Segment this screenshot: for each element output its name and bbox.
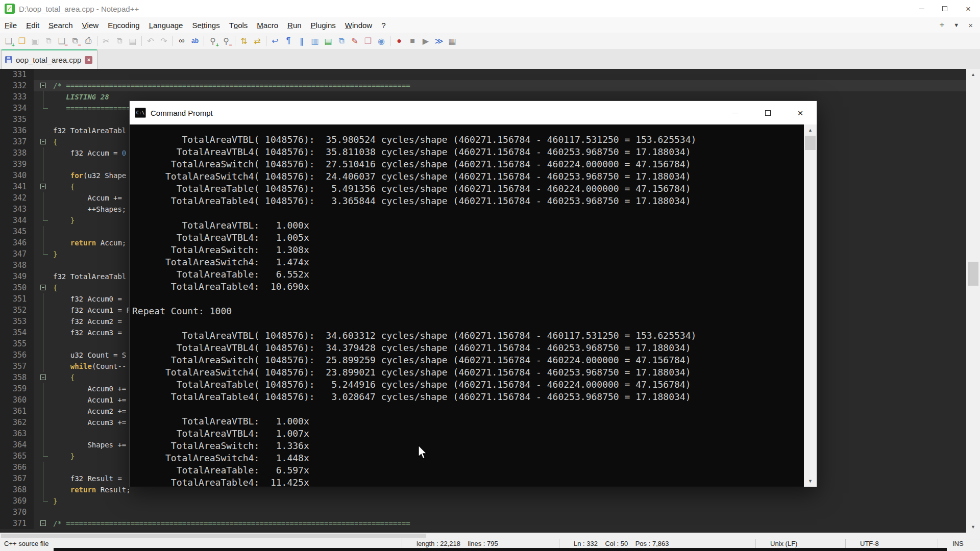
fold-marker[interactable] — [34, 372, 53, 383]
line-number[interactable]: 355 — [0, 338, 34, 349]
line-number[interactable]: 335 — [0, 114, 34, 125]
line-number[interactable]: 336 — [0, 125, 34, 136]
line-number[interactable]: 346 — [0, 237, 34, 248]
macro-stop-button[interactable]: ■ — [406, 35, 419, 47]
monitoring-button[interactable]: ✎ — [348, 35, 361, 47]
macro-run-multiple-button[interactable]: ≫ — [432, 35, 446, 47]
minimize-button[interactable] — [910, 0, 933, 17]
find-button[interactable]: ∞ — [175, 35, 188, 47]
menu-window[interactable]: Window — [340, 17, 377, 33]
close-all-button[interactable]: ⧉− — [68, 35, 82, 47]
menu-tools[interactable]: Tools — [225, 17, 253, 33]
cmd-titlebar[interactable]: C:\ Command Prompt × — [130, 101, 817, 124]
line-number[interactable]: 368 — [0, 484, 34, 495]
document-switcher-button[interactable]: ⧉ — [335, 35, 348, 47]
fold-marker[interactable] — [34, 518, 53, 529]
fold-marker[interactable] — [34, 181, 53, 192]
replace-button[interactable]: ab — [188, 35, 202, 47]
menu-search[interactable]: Search — [44, 17, 78, 33]
line-number[interactable]: 360 — [0, 394, 34, 406]
line-number[interactable]: 347 — [0, 248, 34, 260]
cmd-scrollbar-thumb[interactable] — [805, 136, 816, 150]
menu-encoding[interactable]: Encoding — [103, 17, 144, 33]
line-number[interactable]: 369 — [0, 495, 34, 507]
line-number[interactable]: 344 — [0, 215, 34, 226]
code-line[interactable]: 370 — [0, 507, 966, 518]
line-number[interactable]: 363 — [0, 428, 34, 439]
zoom-in-button[interactable]: ⚲+ — [206, 35, 219, 47]
line-number[interactable]: 332 — [0, 80, 34, 91]
tab-oop-total-area[interactable]: oop_total_area.cpp × — [1, 49, 97, 69]
show-all-characters-button[interactable]: ¶ — [282, 35, 295, 47]
open-file-button[interactable]: ❒ — [15, 35, 29, 47]
editor-horizontal-scrollbar[interactable] — [0, 533, 966, 539]
fold-collapse-icon[interactable] — [40, 285, 46, 290]
line-number[interactable]: 339 — [0, 159, 34, 170]
cmd-maximize-button[interactable] — [751, 101, 784, 124]
folder-as-workspace-button[interactable]: ❒ — [361, 35, 375, 47]
line-number[interactable]: 349 — [0, 271, 34, 282]
line-number[interactable]: 358 — [0, 372, 34, 383]
fold-collapse-icon[interactable] — [40, 520, 46, 526]
line-number[interactable]: 350 — [0, 282, 34, 293]
menu-plugins[interactable]: Plugins — [306, 17, 340, 33]
fold-marker[interactable] — [34, 80, 53, 91]
line-number[interactable]: 362 — [0, 417, 34, 428]
line-number[interactable]: 366 — [0, 462, 34, 473]
new-tab-button[interactable]: + — [939, 20, 944, 30]
scroll-down-icon[interactable]: ▼ — [966, 521, 980, 533]
sync-vertical-button[interactable]: ⇅ — [237, 35, 251, 47]
line-number[interactable]: 341 — [0, 181, 34, 192]
line-number[interactable]: 338 — [0, 147, 34, 159]
line-number[interactable]: 343 — [0, 204, 34, 215]
fold-marker[interactable] — [34, 282, 53, 293]
sync-horizontal-button[interactable]: ⇄ — [251, 35, 264, 47]
zoom-out-button[interactable]: ⚲− — [219, 35, 233, 47]
code-line[interactable]: 331 — [0, 69, 966, 80]
line-number[interactable]: 354 — [0, 327, 34, 338]
macro-save-button[interactable]: ▦ — [446, 35, 459, 47]
scroll-up-icon[interactable]: ▲ — [966, 69, 980, 80]
line-number[interactable]: 364 — [0, 439, 34, 450]
line-number[interactable]: 352 — [0, 305, 34, 316]
cmd-scrollbar[interactable]: ▲ ▼ — [804, 124, 817, 487]
editor-hscrollbar-thumb[interactable] — [1, 534, 426, 538]
code-line[interactable]: 371/* ==================================… — [0, 518, 966, 529]
fold-collapse-icon[interactable] — [40, 83, 46, 88]
line-number[interactable]: 337 — [0, 136, 34, 147]
line-number[interactable]: 359 — [0, 383, 34, 394]
line-number[interactable]: 356 — [0, 349, 34, 361]
menu-settings[interactable]: Settings — [187, 17, 224, 33]
line-number[interactable]: 357 — [0, 361, 34, 372]
fold-collapse-icon[interactable] — [40, 374, 46, 380]
line-number[interactable]: 334 — [0, 103, 34, 114]
line-number[interactable]: 342 — [0, 192, 34, 204]
menu-edit[interactable]: Edit — [21, 17, 44, 33]
menu-help[interactable]: ? — [377, 17, 390, 33]
code-line[interactable]: 332/* ==================================… — [0, 80, 966, 91]
line-number[interactable]: 365 — [0, 450, 34, 462]
function-list-button[interactable]: ▤ — [322, 35, 335, 47]
menu-macro[interactable]: Macro — [252, 17, 283, 33]
editor-scrollbar-thumb[interactable] — [968, 262, 978, 286]
menu-run[interactable]: Run — [283, 17, 306, 33]
macro-play-button[interactable]: ▶ — [419, 35, 432, 47]
restore-button[interactable] — [933, 0, 957, 17]
cmd-scroll-up-icon[interactable]: ▲ — [804, 124, 817, 136]
close-button[interactable]: ❑− — [55, 35, 68, 47]
line-number[interactable]: 331 — [0, 69, 34, 80]
view-document-button[interactable]: ◉ — [375, 35, 388, 47]
macro-record-button[interactable]: ● — [393, 35, 406, 47]
menu-view[interactable]: View — [78, 17, 104, 33]
new-file-button[interactable]: ❑+ — [2, 35, 15, 47]
line-number[interactable]: 351 — [0, 293, 34, 305]
line-number[interactable]: 361 — [0, 406, 34, 417]
close-tab-button[interactable]: × — [968, 21, 973, 30]
tab-close-icon[interactable]: × — [85, 56, 92, 64]
fold-collapse-icon[interactable] — [40, 139, 46, 144]
cmd-close-button[interactable]: × — [784, 101, 817, 124]
line-number[interactable]: 371 — [0, 518, 34, 529]
line-number[interactable]: 370 — [0, 507, 34, 518]
line-number[interactable]: 348 — [0, 260, 34, 271]
line-number[interactable]: 333 — [0, 91, 34, 103]
